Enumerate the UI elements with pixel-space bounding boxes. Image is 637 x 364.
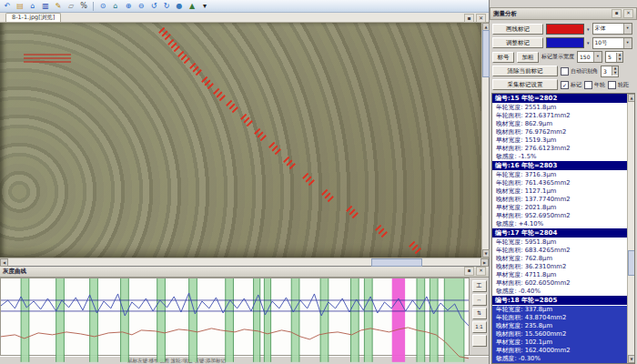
bold-button[interactable]: 加粗 — [517, 52, 539, 63]
ring-entry[interactable]: 编号:17 年轮=2804年轮宽度: 5951.8μm年轮面积: 683.426… — [492, 228, 628, 296]
target-icon[interactable]: ⊙ — [97, 1, 108, 11]
adjust-mark-button[interactable]: 调整标记 — [492, 37, 543, 48]
percent-icon[interactable]: % — [78, 1, 89, 11]
scroll-right-icon[interactable]: ▶ — [480, 258, 489, 267]
spin-down-icon[interactable]: ▼ — [612, 71, 618, 76]
ring-boundary-mark[interactable] — [240, 114, 253, 126]
spacing-checkbox[interactable]: 轮距 — [608, 81, 629, 89]
ring-color-swatch[interactable] — [546, 37, 584, 48]
list-scrollbar[interactable]: ▲ ▼ — [627, 94, 634, 363]
ring-entry-header[interactable]: 编号:15 年轮=2802 — [492, 94, 628, 104]
ring-band[interactable] — [291, 278, 299, 362]
measure-icon[interactable]: ▱ — [66, 1, 76, 11]
ring-boundary-mark[interactable] — [346, 206, 359, 218]
ring-band[interactable] — [254, 278, 260, 362]
clear-current-mark-button[interactable]: 清除当前标记 — [492, 66, 558, 76]
ring-boundary-mark[interactable] — [213, 88, 226, 101]
ring-band[interactable] — [430, 278, 438, 362]
pin-icon[interactable]: ▪ — [464, 267, 474, 276]
tree-icon[interactable]: ▲ — [187, 1, 197, 11]
frame-icon[interactable]: ⌂ — [110, 1, 121, 11]
auto-angle-spinner[interactable]: 3 ▲▼ — [601, 66, 619, 77]
ring-entry-header[interactable]: 编号:18 年轮=2805 — [492, 296, 628, 306]
open-folder-icon[interactable]: ▤ — [15, 1, 25, 11]
ring-band[interactable] — [21, 278, 29, 362]
pencil-icon[interactable]: ✎ — [53, 1, 64, 11]
sphere-icon[interactable]: ● — [174, 1, 185, 11]
close-icon[interactable]: ✕ — [476, 267, 486, 276]
ring-band[interactable] — [90, 278, 98, 362]
hscroll-thumb[interactable] — [371, 258, 422, 267]
gray-curve-chart[interactable] — [0, 278, 470, 356]
width-spinner[interactable]: 5 ▲▼ — [605, 51, 623, 63]
chart-tool-button-5[interactable] — [472, 335, 487, 347]
ring-entry[interactable]: 编号:15 年轮=2802年轮宽度: 2551.8μm年轮面积: 221.637… — [492, 94, 628, 161]
ring-boundary-mark[interactable] — [201, 76, 214, 89]
zoom-in-icon[interactable]: ⊕ — [123, 1, 134, 11]
ring-boundary-mark[interactable] — [283, 157, 296, 169]
ring-boundary-mark[interactable] — [268, 142, 281, 155]
dropdown-caret-icon[interactable]: ▾ — [199, 1, 210, 11]
ring-band[interactable] — [417, 278, 425, 362]
ring-entry-header[interactable]: 编号:17 年轮=2804 — [492, 228, 628, 238]
ring-band[interactable] — [264, 278, 270, 362]
list-scroll-thumb[interactable] — [628, 250, 635, 276]
auto-angle-checkbox[interactable]: 自动识别角 — [561, 67, 598, 76]
mark-color-swatch[interactable] — [546, 24, 584, 35]
checkbox-icon[interactable] — [584, 81, 592, 89]
chart-tool-button-4[interactable]: 1:1 — [472, 321, 487, 333]
collect-mark-settings-button[interactable]: 采集标记设置 — [492, 79, 558, 90]
ring-boundary-mark[interactable] — [302, 173, 315, 186]
home-icon[interactable]: ⌂ — [27, 1, 38, 11]
selected-ring-band[interactable] — [392, 278, 405, 362]
zoom-out-icon[interactable]: ⊖ — [136, 1, 147, 11]
ring-measurement-list[interactable]: 编号:15 年轮=2802年轮宽度: 2551.8μm年轮面积: 221.637… — [491, 93, 635, 364]
chart-tool-button-2[interactable]: ↔ — [472, 294, 487, 306]
ring-boundary-mark[interactable] — [189, 63, 202, 76]
pin-icon[interactable]: ▪ — [612, 9, 622, 18]
mark-checkbox[interactable]: ✓ 标记 — [561, 81, 581, 89]
width-combo[interactable]: 150▾ — [577, 51, 602, 63]
ring-band[interactable] — [157, 278, 166, 362]
rotate-right-icon[interactable]: ↻ — [161, 1, 172, 11]
ring-boundary-mark[interactable] — [409, 241, 421, 254]
ring-entry[interactable]: 编号:18 年轮=2805年轮宽度: 337.8μm年轮面积: 43.8704m… — [492, 296, 628, 363]
ring-band[interactable] — [320, 278, 329, 362]
ring-boundary-mark[interactable] — [158, 27, 171, 40]
viewer-vertical-scrollbar[interactable]: ▲ ▼ — [481, 23, 489, 258]
wood-sample-image[interactable] — [0, 23, 481, 258]
document-tab[interactable]: 8-1-1.jpg[浏览] — [5, 13, 61, 22]
ring-boundary-mark[interactable] — [177, 51, 190, 64]
ring-boundary-mark[interactable] — [226, 100, 238, 113]
checkbox-checked-icon[interactable]: ✓ — [561, 81, 569, 89]
rotate-left-icon[interactable]: ↺ — [148, 1, 159, 11]
ring-band[interactable] — [444, 278, 464, 362]
checkbox-icon[interactable] — [561, 67, 569, 76]
font-combo[interactable]: 宋体▾ — [592, 23, 632, 35]
viewer-horizontal-scrollbar[interactable]: ◀ ▶ — [0, 258, 489, 266]
ring-band[interactable] — [226, 278, 234, 362]
ring-band[interactable] — [189, 278, 197, 362]
ring-checkbox[interactable]: 年轮 — [584, 81, 605, 89]
close-icon[interactable]: ✕ — [623, 9, 633, 18]
pin-icon[interactable]: ▪ — [464, 14, 474, 23]
close-icon[interactable]: ✕ — [476, 14, 486, 23]
scroll-down-icon[interactable]: ▼ — [628, 355, 635, 363]
ring-band[interactable] — [56, 278, 65, 362]
spin-down-icon[interactable]: ▼ — [616, 57, 622, 62]
size-combo[interactable]: 10号▾ — [592, 37, 632, 49]
scroll-up-icon[interactable]: ▲ — [628, 94, 635, 102]
vscroll-thumb[interactable] — [482, 30, 490, 77]
ring-entry[interactable]: 编号:16 年轮=2803年轮宽度: 3716.3μm年轮面积: 761.436… — [492, 161, 628, 228]
ring-band[interactable] — [364, 278, 372, 362]
draw-mark-button[interactable]: 画线标记 — [492, 24, 543, 35]
scroll-down-icon[interactable]: ▼ — [482, 249, 490, 258]
chevron-down-icon[interactable]: ▾ — [593, 52, 602, 62]
chart-tool-button-1[interactable]: 工 — [472, 280, 487, 292]
chart-tool-button-3[interactable]: ⇅ — [472, 308, 487, 319]
ring-band[interactable] — [350, 278, 359, 362]
chevron-down-icon[interactable]: ▾ — [623, 24, 632, 34]
ring-entry-header[interactable]: 编号:16 年轮=2803 — [492, 161, 628, 171]
ring-boundary-mark[interactable] — [321, 189, 334, 202]
scroll-left-icon[interactable]: ◀ — [0, 258, 8, 267]
